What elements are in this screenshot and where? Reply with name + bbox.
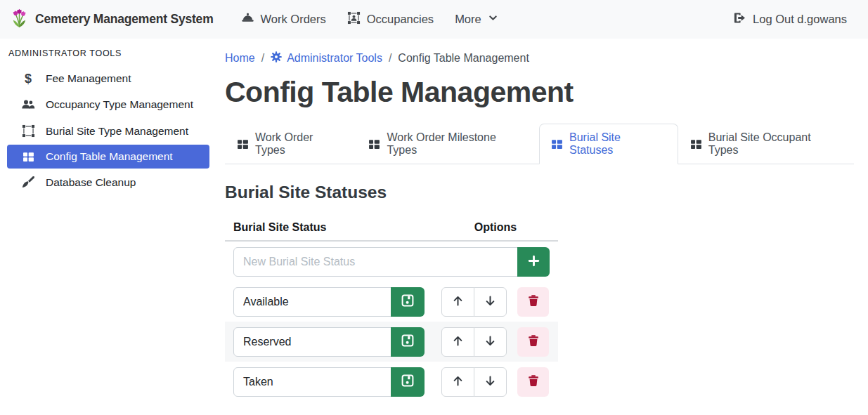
- delete-status-button[interactable]: [517, 327, 549, 357]
- main-content: Home /: [218, 39, 868, 415]
- new-status-input[interactable]: [233, 247, 518, 277]
- nav-occupancies[interactable]: Occupancies: [337, 6, 444, 33]
- nav-work-orders[interactable]: Work Orders: [231, 6, 337, 33]
- sidebar-item-fee-management[interactable]: $ Fee Management: [7, 67, 209, 91]
- move-up-button[interactable]: [441, 287, 474, 317]
- sidebar-item-label: Occupancy Type Management: [46, 98, 193, 111]
- page-title: Config Table Management: [225, 75, 854, 110]
- new-status-row: [225, 242, 558, 282]
- save-icon: [401, 294, 414, 309]
- logout-icon: [733, 11, 746, 27]
- tab-work-order-types[interactable]: Work Order Types: [225, 124, 356, 164]
- save-status-button[interactable]: [391, 327, 425, 357]
- config-table: Burial Site Status Options: [225, 216, 558, 402]
- breadcrumb: Home /: [225, 51, 854, 65]
- arrow-up-icon: [451, 374, 465, 390]
- save-status-button[interactable]: [391, 287, 425, 317]
- app-brand[interactable]: Cemetery Management System: [11, 8, 214, 31]
- sidebar-item-label: Database Cleanup: [46, 176, 136, 189]
- arrow-up-icon: [451, 334, 465, 350]
- sidebar-item-occupancy-type-management[interactable]: Occupancy Type Management: [7, 92, 209, 117]
- table-row: [225, 362, 558, 402]
- add-status-button[interactable]: [517, 247, 550, 277]
- breadcrumb-separator: /: [261, 52, 264, 65]
- gear-icon: [271, 51, 282, 65]
- move-down-button[interactable]: [474, 287, 507, 317]
- trash-icon: [527, 294, 540, 309]
- sidebar: Administrator Tools $ Fee Management Occ…: [0, 39, 218, 415]
- sidebar-item-config-table-management[interactable]: Config Table Management: [7, 145, 209, 169]
- logout-label: Log Out d.gowans: [753, 13, 847, 26]
- nav-more-label: More: [455, 13, 481, 26]
- tab-label: Burial Site Statuses: [569, 131, 666, 157]
- breadcrumb-separator: /: [389, 52, 391, 65]
- status-name-input[interactable]: [233, 287, 391, 317]
- tab-label: Work Order Types: [255, 131, 344, 157]
- plus-icon: [527, 254, 540, 270]
- sidebar-heading: Administrator Tools: [0, 44, 218, 65]
- breadcrumb-current: Config Table Management: [398, 52, 529, 65]
- save-icon: [401, 334, 414, 349]
- arrow-up-icon: [451, 294, 465, 310]
- top-navbar: Cemetery Management System Work Orders: [0, 0, 868, 39]
- reorder-button-group: [441, 287, 507, 317]
- logout-button[interactable]: Log Out d.gowans: [723, 6, 857, 33]
- table-row: [225, 282, 558, 322]
- delete-status-button[interactable]: [517, 287, 549, 317]
- move-down-button[interactable]: [474, 367, 507, 397]
- move-up-button[interactable]: [441, 327, 474, 357]
- nav-more[interactable]: More: [444, 7, 509, 32]
- sidebar-item-label: Fee Management: [46, 72, 131, 85]
- reorder-button-group: [441, 367, 507, 397]
- arrow-down-icon: [484, 334, 497, 350]
- status-name-input[interactable]: [233, 327, 391, 357]
- trash-icon: [527, 374, 540, 389]
- save-status-button[interactable]: [391, 367, 425, 397]
- tab-work-order-milestone-types[interactable]: Work Order Milestone Types: [356, 124, 539, 164]
- table-row: [225, 322, 558, 362]
- reorder-button-group: [441, 327, 507, 357]
- people-icon: [20, 98, 37, 112]
- sidebar-item-label: Burial Site Type Management: [46, 125, 188, 138]
- table-icon: [368, 138, 380, 150]
- table-icon: [551, 138, 563, 150]
- table-icon: [237, 138, 249, 150]
- nav-occupancies-label: Occupancies: [367, 13, 434, 26]
- save-icon: [401, 374, 414, 389]
- vector-square-icon: [20, 124, 37, 138]
- column-header-status: Burial Site Status: [225, 216, 433, 240]
- table-icon: [690, 138, 702, 150]
- table-icon: [20, 151, 37, 163]
- tab-bar: Work Order Types Work Order Milestone Ty…: [225, 124, 854, 164]
- sidebar-item-label: Config Table Management: [46, 150, 173, 163]
- table-header-row: Burial Site Status Options: [225, 216, 558, 242]
- navbar-links: Work Orders Occupancies More: [231, 6, 509, 33]
- chevron-down-icon: [488, 13, 498, 26]
- nav-work-orders-label: Work Orders: [261, 13, 326, 26]
- column-header-options: Options: [433, 216, 558, 240]
- move-down-button[interactable]: [474, 327, 507, 357]
- arrow-down-icon: [484, 294, 497, 310]
- tab-label: Burial Site Occupant Types: [708, 131, 842, 157]
- dollar-icon: $: [20, 72, 37, 85]
- breadcrumb-admin-tools-label: Administrator Tools: [287, 52, 382, 65]
- broom-icon: [20, 176, 37, 189]
- breadcrumb-admin-tools-link[interactable]: Administrator Tools: [271, 51, 382, 65]
- person-box-icon: [347, 11, 361, 27]
- status-name-input[interactable]: [233, 367, 391, 397]
- sidebar-item-burial-site-type-management[interactable]: Burial Site Type Management: [7, 119, 209, 143]
- tab-label: Work Order Milestone Types: [387, 131, 527, 157]
- move-up-button[interactable]: [441, 367, 474, 397]
- tulip-logo-icon: [11, 8, 28, 31]
- tab-burial-site-statuses[interactable]: Burial Site Statuses: [539, 124, 678, 164]
- trash-icon: [527, 334, 540, 349]
- delete-status-button[interactable]: [517, 367, 549, 397]
- section-heading: Burial Site Statuses: [225, 183, 854, 202]
- sidebar-item-database-cleanup[interactable]: Database Cleanup: [7, 170, 209, 195]
- breadcrumb-home-link[interactable]: Home: [225, 52, 255, 65]
- app-title: Cemetery Management System: [35, 12, 214, 27]
- tab-burial-site-occupant-types[interactable]: Burial Site Occupant Types: [678, 124, 854, 164]
- hard-hat-icon: [241, 11, 254, 27]
- arrow-down-icon: [484, 374, 497, 390]
